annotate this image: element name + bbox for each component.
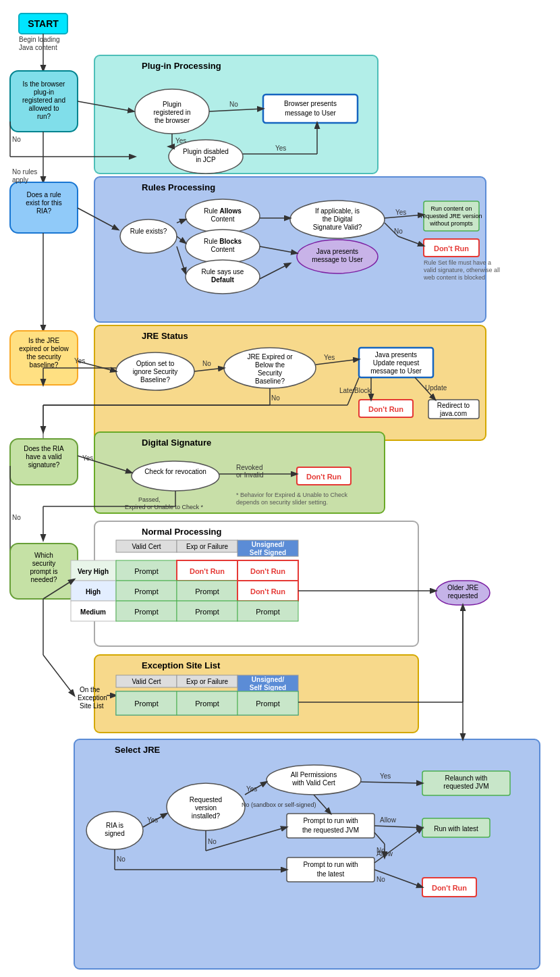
start-label: START: [28, 18, 59, 29]
svg-text:On the: On the: [80, 686, 100, 693]
svg-text:Prompt: Prompt: [134, 587, 158, 596]
svg-text:Java content: Java content: [19, 44, 57, 51]
svg-text:Expired or Unable to Check *: Expired or Unable to Check *: [125, 504, 204, 510]
flowchart-svg: START Begin loading Java content Is the …: [7, 7, 553, 977]
svg-text:Yes: Yes: [380, 772, 391, 780]
svg-text:Prompt: Prompt: [134, 699, 158, 708]
svg-text:Medium: Medium: [80, 608, 106, 616]
svg-text:Yes: Yes: [324, 354, 335, 361]
start-subtext: Begin loading: [19, 36, 60, 43]
svg-text:requested JVM: requested JVM: [443, 783, 488, 790]
svg-text:Exp or Failure: Exp or Failure: [186, 678, 229, 685]
svg-text:Below the: Below the: [255, 361, 285, 369]
svg-text:Yes: Yes: [275, 144, 286, 152]
svg-text:web content is blocked: web content is blocked: [423, 274, 485, 281]
svg-text:ignore Security: ignore Security: [133, 368, 178, 375]
svg-text:Security: Security: [258, 369, 282, 377]
svg-text:All Permissions: All Permissions: [291, 771, 337, 778]
exception-section-title: Exception Site List: [142, 660, 221, 670]
svg-text:Don't Run: Don't Run: [250, 567, 285, 575]
svg-rect-16: [263, 95, 358, 123]
svg-text:Don't Run: Don't Run: [250, 587, 285, 596]
svg-text:Update request: Update request: [373, 359, 420, 367]
svg-text:allowed to: allowed to: [28, 105, 59, 112]
svg-text:Prompt: Prompt: [134, 608, 158, 616]
svg-text:the requested JVM: the requested JVM: [302, 826, 359, 834]
svg-text:registered in: registered in: [153, 109, 190, 116]
svg-text:in JCP: in JCP: [196, 156, 216, 163]
svg-text:Redirect to: Redirect to: [437, 402, 470, 409]
svg-text:message to User: message to User: [312, 256, 363, 263]
svg-text:depends on security slider set: depends on security slider setting.: [236, 499, 328, 506]
svg-text:Don't Run: Don't Run: [368, 405, 403, 413]
svg-text:Yes: Yes: [175, 137, 186, 144]
svg-text:Browser presents: Browser presents: [284, 100, 337, 107]
svg-text:installed?: installed?: [192, 812, 221, 820]
svg-text:Plugin: Plugin: [163, 101, 181, 108]
svg-text:* Behavior for Expired & Unabl: * Behavior for Expired & Unable to Check: [236, 492, 348, 498]
digsig-section-title: Digital Signature: [142, 438, 211, 448]
svg-text:needed?: needed?: [31, 576, 57, 583]
svg-text:Option set to: Option set to: [136, 360, 175, 367]
svg-text:the security: the security: [26, 353, 61, 361]
svg-text:Block: Block: [354, 387, 371, 394]
q2-text: Does a rule: [26, 191, 61, 199]
svg-text:or Invalid: or Invalid: [236, 471, 264, 479]
svg-text:Update: Update: [425, 384, 447, 392]
svg-text:Run content on: Run content on: [430, 205, 472, 212]
svg-text:No: No: [117, 855, 125, 863]
svg-text:Don't Run: Don't Run: [434, 244, 469, 253]
svg-text:valid signature, otherwise all: valid signature, otherwise all: [424, 267, 500, 273]
svg-text:without prompts: without prompts: [429, 220, 473, 227]
svg-text:exist for this: exist for this: [26, 199, 61, 207]
svg-text:No: No: [12, 514, 21, 521]
svg-text:Content: Content: [211, 215, 234, 223]
svg-text:security: security: [32, 560, 55, 567]
svg-text:the Digital: the Digital: [323, 215, 352, 223]
svg-point-36: [120, 219, 177, 253]
svg-text:Prompt: Prompt: [195, 608, 219, 616]
svg-text:Don't Run: Don't Run: [432, 884, 467, 892]
svg-text:No: No: [229, 101, 238, 108]
svg-text:Requested: Requested: [190, 796, 222, 803]
q5-text: Which: [34, 552, 53, 559]
svg-text:Unsigned/: Unsigned/: [252, 541, 285, 548]
svg-text:Older JRE: Older JRE: [447, 584, 478, 591]
svg-text:Rule Set file must have a: Rule Set file must have a: [424, 259, 491, 266]
svg-text:registered and: registered and: [22, 97, 65, 104]
svg-text:message to User: message to User: [285, 109, 336, 117]
svg-text:Unsigned/: Unsigned/: [252, 676, 285, 683]
svg-text:requested: requested: [448, 592, 478, 600]
svg-text:Prompt: Prompt: [195, 587, 219, 596]
svg-text:Allow: Allow: [376, 850, 393, 857]
svg-text:Don't Run: Don't Run: [306, 473, 341, 481]
svg-text:Revoked: Revoked: [236, 464, 262, 471]
svg-text:Content: Content: [211, 246, 234, 253]
svg-text:with Valid Cert: with Valid Cert: [291, 779, 335, 787]
svg-text:Java presents: Java presents: [375, 351, 417, 359]
svg-text:If applicable, is: If applicable, is: [315, 207, 360, 215]
svg-text:Baseline?: Baseline?: [140, 376, 170, 384]
svg-text:Java presents: Java presents: [316, 248, 358, 255]
svg-text:Baseline?: Baseline?: [255, 377, 285, 385]
svg-text:No: No: [376, 876, 385, 883]
svg-text:Very High: Very High: [78, 568, 109, 575]
svg-text:No: No: [202, 360, 211, 367]
svg-text:Plugin disabled: Plugin disabled: [183, 148, 229, 155]
svg-text:No (sandbox or self-signed): No (sandbox or self-signed): [242, 801, 316, 808]
svg-text:run?: run?: [37, 113, 51, 120]
svg-text:No rules: No rules: [12, 168, 37, 176]
svg-text:No: No: [394, 228, 403, 235]
svg-text:Run with latest: Run with latest: [434, 825, 478, 833]
svg-text:the browser: the browser: [155, 117, 190, 124]
svg-text:prompt is: prompt is: [30, 568, 57, 575]
svg-text:Don't Run: Don't Run: [190, 567, 225, 575]
svg-text:expired or below: expired or below: [19, 345, 69, 352]
svg-text:RIA?: RIA?: [36, 207, 52, 215]
svg-text:No: No: [208, 838, 217, 845]
svg-text:version: version: [195, 804, 217, 812]
svg-text:Passed,: Passed,: [138, 496, 161, 503]
svg-text:Prompt to run with: Prompt to run with: [303, 861, 358, 868]
svg-text:Prompt: Prompt: [256, 608, 279, 616]
q3-text: Is the JRE: [28, 337, 59, 344]
